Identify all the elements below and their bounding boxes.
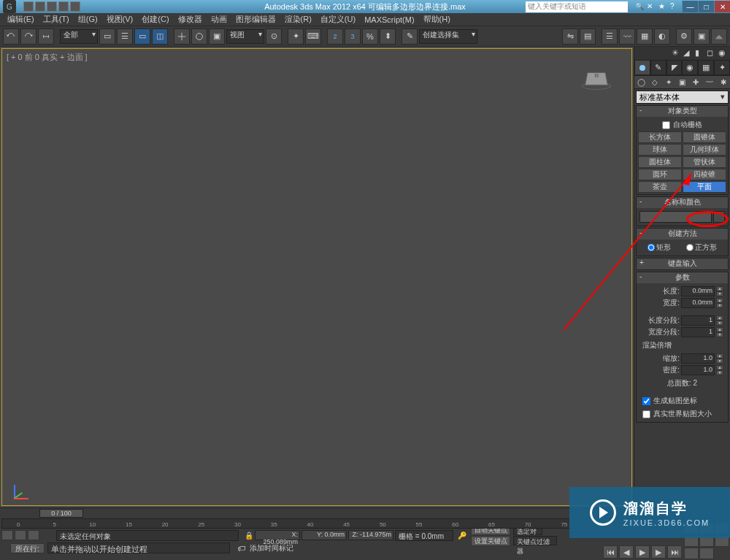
rollout-name-color-head[interactable]: -名称和颜色	[637, 197, 728, 208]
add-time-tag[interactable]: 添加时间标记	[245, 543, 298, 553]
help-search-input[interactable]: 键入关键字或短语	[526, 1, 628, 12]
coord-z[interactable]: Z: -114.975m	[348, 530, 393, 540]
rollout-keyboard-head[interactable]: +键盘输入	[637, 258, 728, 269]
lseg-spinner[interactable]: 1	[681, 315, 715, 326]
mini-btn[interactable]	[1, 530, 13, 540]
wseg-spinner[interactable]: 1	[681, 327, 715, 337]
ref-coord-dropdown[interactable]: 视图	[226, 29, 264, 44]
menu-maxscript[interactable]: MAXScript(M)	[360, 15, 418, 24]
subtab-helpers[interactable]: ✚	[689, 76, 703, 88]
menu-graph-editors[interactable]: 图形编辑器	[231, 14, 280, 25]
menu-customize[interactable]: 自定义(U)	[316, 14, 360, 25]
object-color-swatch[interactable]	[713, 211, 725, 223]
mini-btn[interactable]	[15, 530, 26, 540]
spinner-snap-button[interactable]: ⬍	[380, 28, 396, 45]
geosphere-button[interactable]: 几何球体	[683, 144, 726, 156]
key-filter[interactable]: 关键点过滤器	[513, 536, 557, 545]
autogrid-checkbox[interactable]	[662, 121, 670, 129]
cylinder-button[interactable]: 圆柱体	[638, 156, 682, 168]
subtab-lights[interactable]: ✦	[661, 76, 675, 88]
subtab-geometry[interactable]: ◯	[634, 76, 648, 88]
tab-hierarchy[interactable]: ◤	[666, 60, 683, 75]
category-dropdown[interactable]: 标准基本体	[636, 91, 729, 104]
menu-views[interactable]: 视图(V)	[102, 14, 138, 25]
time-slider-handle[interactable]: 0 / 100	[39, 509, 83, 518]
undo-button[interactable]	[3, 28, 19, 45]
cube-icon[interactable]: ◻	[707, 48, 715, 57]
maximize-button[interactable]: □	[698, 1, 714, 12]
menu-animation[interactable]: 动画	[207, 14, 231, 25]
curve-editor-button[interactable]: 〰	[619, 28, 635, 45]
scale-spinner[interactable]: 1.0	[681, 353, 715, 364]
tag-icon[interactable]: 🏷	[237, 544, 245, 553]
rotate-button[interactable]	[191, 28, 207, 45]
radio-rectangle[interactable]	[648, 244, 655, 251]
tab-create[interactable]	[634, 60, 650, 75]
menu-edit[interactable]: 编辑(E)	[3, 14, 39, 25]
render-frame-button[interactable]: ▣	[694, 28, 710, 45]
subtab-shapes[interactable]: ◇	[648, 76, 662, 88]
goto-start-button[interactable]: ⏮	[603, 545, 618, 559]
menu-group[interactable]: 组(G)	[74, 14, 102, 25]
app-logo[interactable]: G	[3, 0, 16, 13]
subtab-cameras[interactable]: ▣	[675, 76, 689, 88]
manipulate-button[interactable]: ✦	[288, 28, 304, 45]
goto-end-button[interactable]: ⏭	[667, 545, 682, 559]
percent-snap-button[interactable]: %	[362, 28, 378, 45]
named-selection-dropdown[interactable]: 创建选择集	[419, 29, 477, 44]
select-name-button[interactable]: ☰	[117, 28, 133, 45]
qat-icon[interactable]	[58, 1, 69, 12]
subtab-systems[interactable]: ✱	[716, 76, 730, 88]
angle-snap-button[interactable]: 3	[345, 28, 361, 45]
length-spinner[interactable]: 0.0mm	[681, 286, 715, 296]
layer-button[interactable]: ☰	[602, 28, 618, 45]
menu-rendering[interactable]: 渲染(R)	[280, 14, 316, 25]
menu-help[interactable]: 帮助(H)	[419, 14, 455, 25]
menu-tools[interactable]: 工具(T)	[39, 14, 74, 25]
rollout-object-type-head[interactable]: -对象类型	[637, 106, 728, 117]
schematic-button[interactable]: ▦	[637, 28, 653, 45]
width-spinner[interactable]: 0.0mm	[681, 298, 715, 308]
pivot-button[interactable]: ⊙	[266, 28, 282, 45]
qat-icon[interactable]	[35, 1, 45, 12]
snap-button[interactable]: 2	[327, 28, 343, 45]
rollout-params-head[interactable]: -参数	[637, 272, 728, 283]
tab-display[interactable]: ▦	[698, 60, 714, 75]
menu-modifiers[interactable]: 修改器	[174, 14, 207, 25]
box-button[interactable]: 长方体	[638, 131, 682, 143]
plane-button[interactable]: 平面	[683, 181, 726, 193]
spin-up[interactable]: ▲	[716, 286, 723, 291]
torus-button[interactable]: 圆环	[638, 169, 682, 180]
viewport-label[interactable]: [ + 0 前 0 真实 + 边面 ]	[7, 52, 88, 63]
material-editor-button[interactable]: ◐	[654, 28, 670, 45]
key-icon[interactable]: 🔑	[458, 532, 466, 540]
play-button[interactable]: ▶	[635, 545, 650, 559]
minimize-button[interactable]: —	[682, 1, 698, 12]
tab-utilities[interactable]: ✦	[714, 60, 730, 75]
qat-icon[interactable]	[47, 1, 57, 12]
maximize-viewport-button[interactable]	[684, 548, 699, 559]
rollout-creation-head[interactable]: -创建方法	[637, 229, 728, 239]
teapot-button[interactable]: 茶壶	[638, 181, 682, 193]
density-spinner[interactable]: 1.0	[681, 365, 715, 375]
coord-y[interactable]: Y: 0.0mm	[301, 530, 347, 540]
light-icon[interactable]: ◢	[683, 48, 692, 57]
selection-filter-dropdown[interactable]: 全部	[60, 29, 98, 44]
spin-down[interactable]: ▼	[716, 291, 723, 296]
scale-button[interactable]: ▣	[209, 28, 225, 45]
link-button[interactable]	[38, 28, 54, 45]
radio-square[interactable]	[686, 244, 694, 251]
viewport-front[interactable]: [ + 0 前 0 真实 + 边面 ] 前	[1, 48, 632, 506]
gen-mapping-checkbox[interactable]	[642, 397, 650, 405]
viewcube[interactable]: 前	[582, 71, 611, 97]
mini-btn[interactable]	[28, 530, 39, 540]
cone-button[interactable]: 圆锥体	[683, 131, 726, 143]
keyboard-shortcut-button[interactable]: ⌨	[305, 28, 321, 45]
qat-icon[interactable]	[70, 1, 80, 12]
pyramid-button[interactable]: 四棱锥	[683, 169, 726, 180]
object-name-input[interactable]	[639, 211, 712, 223]
subtab-spacewarps[interactable]: 〰	[703, 76, 717, 88]
move-button[interactable]	[174, 28, 190, 45]
edit-selection-button[interactable]: ✎	[402, 28, 418, 45]
next-frame-button[interactable]: ▶	[651, 545, 666, 559]
